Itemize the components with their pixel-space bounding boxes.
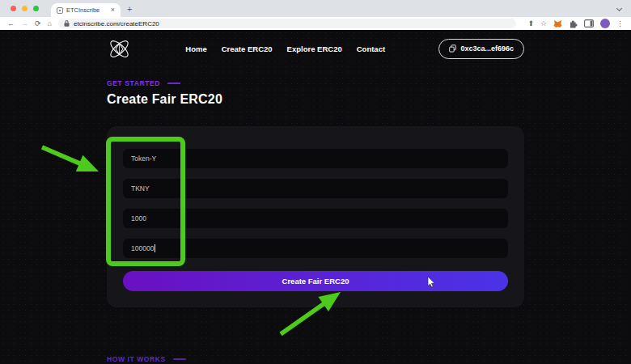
new-tab-button[interactable]: + — [127, 4, 132, 14]
token-symbol-input[interactable]: TKNY — [123, 179, 508, 198]
browser-chrome: ETCInscribe × + ← → ⟳ ⌂ etcinscribe.com/… — [0, 0, 631, 30]
screenshot-root: ETCInscribe × + ← → ⟳ ⌂ etcinscribe.com/… — [0, 0, 631, 364]
home-icon[interactable]: ⌂ — [48, 20, 52, 28]
nav-link-explore-erc20[interactable]: Explore ERC20 — [287, 44, 342, 53]
profile-avatar[interactable] — [600, 19, 610, 28]
share-icon[interactable]: ⬆ — [527, 20, 534, 28]
browser-menu-icon[interactable]: ⋮ — [616, 20, 624, 28]
close-window-button[interactable] — [11, 6, 16, 11]
browser-tab[interactable]: ETCInscribe × — [51, 3, 121, 17]
nav-link-create-erc20[interactable]: Create ERC20 — [222, 44, 273, 53]
eyebrow-dash — [167, 83, 180, 84]
text-caret — [155, 244, 155, 252]
macos-window-controls — [11, 6, 39, 11]
token-supply-input[interactable]: 100000 — [123, 239, 508, 258]
wallet-address-text: 0xc3ca...ef696c — [460, 44, 514, 53]
url-text: etcinscribe.com/createERC20 — [74, 20, 159, 28]
reload-icon[interactable]: ⟳ — [35, 20, 41, 28]
site-navbar: Home Create ERC20 Explore ERC20 Contact … — [107, 30, 524, 67]
side-panel-icon[interactable] — [584, 19, 594, 28]
nav-link-home[interactable]: Home — [185, 44, 206, 53]
bookmark-star-icon[interactable]: ☆ — [540, 20, 547, 28]
token-supply-value: 100000 — [131, 244, 154, 252]
copy-icon — [449, 44, 456, 53]
how-it-works-row: HOW IT WORKS — [107, 355, 524, 363]
metamask-extension-icon[interactable] — [553, 19, 562, 28]
minimize-window-button[interactable] — [22, 6, 28, 11]
token-amount-input[interactable]: 1000 — [123, 209, 508, 228]
nav-links: Home Create ERC20 Explore ERC20 Contact — [185, 44, 385, 53]
address-bar[interactable]: etcinscribe.com/createERC20 — [58, 19, 516, 28]
lock-icon — [63, 19, 70, 28]
forward-icon[interactable]: → — [21, 20, 28, 28]
token-amount-value: 1000 — [131, 214, 146, 222]
browser-toolbar: ← → ⟳ ⌂ etcinscribe.com/createERC20 ⬆ ☆ — [0, 17, 631, 30]
etcinscribe-logo-icon[interactable] — [107, 36, 132, 61]
tab-strip: ETCInscribe × + — [0, 0, 631, 17]
toolbar-actions: ⬆ ☆ ⋮ — [527, 19, 624, 28]
token-name-value: Token-Y — [131, 154, 156, 163]
token-symbol-value: TKNY — [131, 184, 150, 193]
zoom-window-button[interactable] — [33, 6, 39, 11]
page-title: Create Fair ERC20 — [107, 92, 524, 107]
tab-search-chevron-icon[interactable] — [616, 6, 622, 11]
wallet-address-button[interactable]: 0xc3ca...ef696c — [438, 39, 524, 59]
get-started-label: GET STARTED — [107, 79, 160, 87]
how-it-works-label: HOW IT WORKS — [107, 355, 166, 363]
create-fair-erc20-button[interactable]: Create Fair ERC20 — [123, 271, 508, 291]
page-body: Home Create ERC20 Explore ERC20 Contact … — [0, 30, 631, 364]
get-started-row: GET STARTED — [107, 79, 524, 87]
tab-favicon-icon — [57, 7, 63, 14]
create-erc20-form-panel: Token-Y TKNY 1000 100000 Create Fair ERC… — [107, 126, 524, 307]
token-name-input[interactable]: Token-Y — [123, 149, 508, 168]
tab-title: ETCInscribe — [66, 6, 108, 14]
how-it-works-dash — [173, 358, 186, 360]
extensions-puzzle-icon[interactable] — [569, 19, 578, 28]
tab-close-icon[interactable]: × — [111, 6, 115, 14]
back-icon[interactable]: ← — [7, 20, 15, 28]
nav-link-contact[interactable]: Contact — [357, 44, 385, 53]
